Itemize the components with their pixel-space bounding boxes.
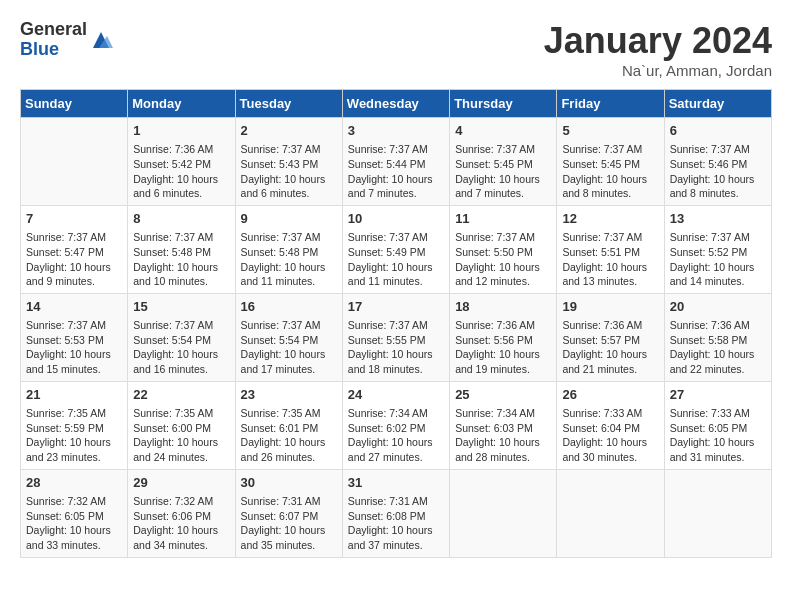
day-info: Sunrise: 7:37 AM Sunset: 5:54 PM Dayligh… — [241, 318, 337, 377]
day-number: 24 — [348, 386, 444, 404]
day-info: Sunrise: 7:33 AM Sunset: 6:05 PM Dayligh… — [670, 406, 766, 465]
day-info: Sunrise: 7:32 AM Sunset: 6:05 PM Dayligh… — [26, 494, 122, 553]
day-info: Sunrise: 7:35 AM Sunset: 6:00 PM Dayligh… — [133, 406, 229, 465]
day-number: 6 — [670, 122, 766, 140]
day-number: 9 — [241, 210, 337, 228]
calendar-table: SundayMondayTuesdayWednesdayThursdayFrid… — [20, 89, 772, 558]
calendar-cell: 7Sunrise: 7:37 AM Sunset: 5:47 PM Daylig… — [21, 205, 128, 293]
calendar-cell: 12Sunrise: 7:37 AM Sunset: 5:51 PM Dayli… — [557, 205, 664, 293]
day-number: 26 — [562, 386, 658, 404]
day-number: 8 — [133, 210, 229, 228]
calendar-cell: 14Sunrise: 7:37 AM Sunset: 5:53 PM Dayli… — [21, 293, 128, 381]
calendar-cell: 22Sunrise: 7:35 AM Sunset: 6:00 PM Dayli… — [128, 381, 235, 469]
calendar-cell: 24Sunrise: 7:34 AM Sunset: 6:02 PM Dayli… — [342, 381, 449, 469]
day-number: 15 — [133, 298, 229, 316]
header-cell-thursday: Thursday — [450, 90, 557, 118]
day-number: 27 — [670, 386, 766, 404]
calendar-header: SundayMondayTuesdayWednesdayThursdayFrid… — [21, 90, 772, 118]
week-row-1: 7Sunrise: 7:37 AM Sunset: 5:47 PM Daylig… — [21, 205, 772, 293]
day-number: 28 — [26, 474, 122, 492]
day-number: 1 — [133, 122, 229, 140]
calendar-cell: 1Sunrise: 7:36 AM Sunset: 5:42 PM Daylig… — [128, 118, 235, 206]
calendar-cell: 8Sunrise: 7:37 AM Sunset: 5:48 PM Daylig… — [128, 205, 235, 293]
calendar-cell: 4Sunrise: 7:37 AM Sunset: 5:45 PM Daylig… — [450, 118, 557, 206]
calendar-cell: 2Sunrise: 7:37 AM Sunset: 5:43 PM Daylig… — [235, 118, 342, 206]
day-number: 25 — [455, 386, 551, 404]
calendar-cell: 30Sunrise: 7:31 AM Sunset: 6:07 PM Dayli… — [235, 469, 342, 557]
day-info: Sunrise: 7:37 AM Sunset: 5:54 PM Dayligh… — [133, 318, 229, 377]
day-info: Sunrise: 7:31 AM Sunset: 6:08 PM Dayligh… — [348, 494, 444, 553]
day-info: Sunrise: 7:37 AM Sunset: 5:43 PM Dayligh… — [241, 142, 337, 201]
calendar-cell — [450, 469, 557, 557]
day-info: Sunrise: 7:36 AM Sunset: 5:42 PM Dayligh… — [133, 142, 229, 201]
calendar-cell: 23Sunrise: 7:35 AM Sunset: 6:01 PM Dayli… — [235, 381, 342, 469]
day-number: 29 — [133, 474, 229, 492]
calendar-cell: 17Sunrise: 7:37 AM Sunset: 5:55 PM Dayli… — [342, 293, 449, 381]
calendar-cell: 6Sunrise: 7:37 AM Sunset: 5:46 PM Daylig… — [664, 118, 771, 206]
header-row: SundayMondayTuesdayWednesdayThursdayFrid… — [21, 90, 772, 118]
calendar-cell: 19Sunrise: 7:36 AM Sunset: 5:57 PM Dayli… — [557, 293, 664, 381]
day-info: Sunrise: 7:34 AM Sunset: 6:02 PM Dayligh… — [348, 406, 444, 465]
calendar-cell: 25Sunrise: 7:34 AM Sunset: 6:03 PM Dayli… — [450, 381, 557, 469]
day-info: Sunrise: 7:37 AM Sunset: 5:46 PM Dayligh… — [670, 142, 766, 201]
calendar-cell: 5Sunrise: 7:37 AM Sunset: 5:45 PM Daylig… — [557, 118, 664, 206]
calendar-cell: 16Sunrise: 7:37 AM Sunset: 5:54 PM Dayli… — [235, 293, 342, 381]
page-header: General Blue January 2024 Na`ur, Amman, … — [20, 20, 772, 79]
week-row-3: 21Sunrise: 7:35 AM Sunset: 5:59 PM Dayli… — [21, 381, 772, 469]
day-info: Sunrise: 7:37 AM Sunset: 5:50 PM Dayligh… — [455, 230, 551, 289]
header-cell-monday: Monday — [128, 90, 235, 118]
day-number: 12 — [562, 210, 658, 228]
day-info: Sunrise: 7:37 AM Sunset: 5:48 PM Dayligh… — [133, 230, 229, 289]
day-number: 4 — [455, 122, 551, 140]
day-info: Sunrise: 7:34 AM Sunset: 6:03 PM Dayligh… — [455, 406, 551, 465]
location-text: Na`ur, Amman, Jordan — [544, 62, 772, 79]
calendar-cell: 20Sunrise: 7:36 AM Sunset: 5:58 PM Dayli… — [664, 293, 771, 381]
day-number: 16 — [241, 298, 337, 316]
day-number: 20 — [670, 298, 766, 316]
month-title: January 2024 — [544, 20, 772, 62]
day-info: Sunrise: 7:37 AM Sunset: 5:45 PM Dayligh… — [562, 142, 658, 201]
calendar-cell: 13Sunrise: 7:37 AM Sunset: 5:52 PM Dayli… — [664, 205, 771, 293]
day-info: Sunrise: 7:36 AM Sunset: 5:57 PM Dayligh… — [562, 318, 658, 377]
day-info: Sunrise: 7:37 AM Sunset: 5:55 PM Dayligh… — [348, 318, 444, 377]
day-info: Sunrise: 7:37 AM Sunset: 5:47 PM Dayligh… — [26, 230, 122, 289]
day-info: Sunrise: 7:37 AM Sunset: 5:45 PM Dayligh… — [455, 142, 551, 201]
day-info: Sunrise: 7:37 AM Sunset: 5:53 PM Dayligh… — [26, 318, 122, 377]
day-info: Sunrise: 7:37 AM Sunset: 5:52 PM Dayligh… — [670, 230, 766, 289]
day-number: 5 — [562, 122, 658, 140]
day-info: Sunrise: 7:36 AM Sunset: 5:58 PM Dayligh… — [670, 318, 766, 377]
day-number: 7 — [26, 210, 122, 228]
header-cell-tuesday: Tuesday — [235, 90, 342, 118]
calendar-body: 1Sunrise: 7:36 AM Sunset: 5:42 PM Daylig… — [21, 118, 772, 558]
header-cell-saturday: Saturday — [664, 90, 771, 118]
calendar-cell: 27Sunrise: 7:33 AM Sunset: 6:05 PM Dayli… — [664, 381, 771, 469]
logo: General Blue — [20, 20, 113, 60]
day-number: 18 — [455, 298, 551, 316]
day-number: 13 — [670, 210, 766, 228]
day-number: 3 — [348, 122, 444, 140]
logo-general-text: General — [20, 20, 87, 40]
header-cell-friday: Friday — [557, 90, 664, 118]
week-row-4: 28Sunrise: 7:32 AM Sunset: 6:05 PM Dayli… — [21, 469, 772, 557]
day-info: Sunrise: 7:36 AM Sunset: 5:56 PM Dayligh… — [455, 318, 551, 377]
calendar-cell: 3Sunrise: 7:37 AM Sunset: 5:44 PM Daylig… — [342, 118, 449, 206]
day-number: 14 — [26, 298, 122, 316]
calendar-cell — [664, 469, 771, 557]
header-cell-sunday: Sunday — [21, 90, 128, 118]
logo-blue-text: Blue — [20, 40, 87, 60]
calendar-cell: 21Sunrise: 7:35 AM Sunset: 5:59 PM Dayli… — [21, 381, 128, 469]
calendar-cell: 28Sunrise: 7:32 AM Sunset: 6:05 PM Dayli… — [21, 469, 128, 557]
day-number: 2 — [241, 122, 337, 140]
week-row-0: 1Sunrise: 7:36 AM Sunset: 5:42 PM Daylig… — [21, 118, 772, 206]
day-number: 10 — [348, 210, 444, 228]
calendar-cell: 29Sunrise: 7:32 AM Sunset: 6:06 PM Dayli… — [128, 469, 235, 557]
day-info: Sunrise: 7:35 AM Sunset: 6:01 PM Dayligh… — [241, 406, 337, 465]
calendar-cell: 9Sunrise: 7:37 AM Sunset: 5:48 PM Daylig… — [235, 205, 342, 293]
day-number: 11 — [455, 210, 551, 228]
day-number: 22 — [133, 386, 229, 404]
day-number: 30 — [241, 474, 337, 492]
title-block: January 2024 Na`ur, Amman, Jordan — [544, 20, 772, 79]
day-info: Sunrise: 7:33 AM Sunset: 6:04 PM Dayligh… — [562, 406, 658, 465]
calendar-cell: 11Sunrise: 7:37 AM Sunset: 5:50 PM Dayli… — [450, 205, 557, 293]
day-number: 31 — [348, 474, 444, 492]
